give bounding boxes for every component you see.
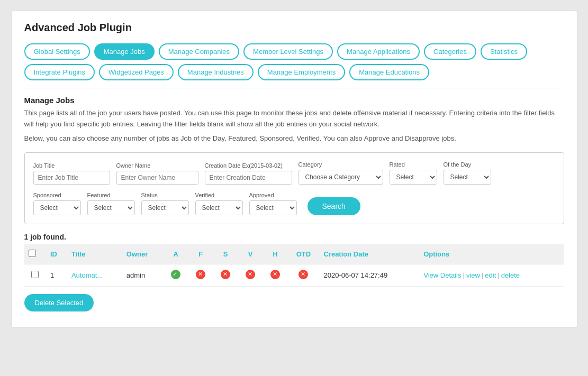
col-creation-date: Creation Date (319, 244, 419, 264)
job-title-input[interactable] (33, 171, 110, 185)
featured-x-icon (196, 270, 205, 279)
results-summary: 1 job found. (24, 233, 564, 241)
featured-label: Featured (87, 192, 135, 198)
category-select[interactable]: Choose a Category (298, 170, 383, 185)
view-link[interactable]: view (466, 271, 480, 279)
filter-owner-name-group: Owner Name (116, 162, 198, 185)
tab-statistics[interactable]: Statistics (481, 43, 527, 60)
delete-selected-button[interactable]: Delete Selected (24, 294, 94, 311)
jobs-table: ID Title Owner A F S V H OTD Creation Da… (24, 244, 564, 287)
row-sponsored-cell (213, 264, 238, 287)
row-id: 1 (46, 264, 67, 287)
approved-select[interactable]: Select (249, 200, 297, 215)
filter-ofday-group: Of the Day Select (444, 161, 491, 185)
owner-name-label: Owner Name (116, 162, 198, 169)
row-checkbox-cell (24, 264, 46, 287)
col-owner: Owner (122, 244, 164, 264)
table-row: 1 Automat... admin (24, 264, 564, 287)
delete-link[interactable]: delete (501, 271, 520, 279)
row-verified-cell (238, 264, 263, 287)
filter-verified-group: Verified Select (195, 192, 243, 215)
sponsored-label: Sponsored (33, 192, 81, 198)
ofday-select[interactable]: Select (444, 170, 491, 185)
tab-manage-applications[interactable]: Manage Applications (337, 43, 420, 60)
status-select[interactable]: Select (141, 200, 189, 215)
page-title: Advanced Job Plugin (24, 22, 564, 34)
row-h-cell (263, 264, 288, 287)
nav-tabs: Global Settings Manage Jobs Manage Compa… (24, 43, 564, 88)
tab-categories[interactable]: Categories (424, 43, 476, 60)
section-desc2: Below, you can also choose any number of… (24, 133, 564, 144)
creation-date-label: Creation Date Ex(2015-03-02) (205, 162, 292, 169)
featured-select[interactable]: Select (87, 200, 135, 215)
select-all-checkbox[interactable] (29, 250, 36, 257)
owner-name-input[interactable] (116, 171, 198, 185)
sponsored-select[interactable]: Select (33, 200, 81, 215)
filter-status-group: Status Select (141, 192, 189, 215)
status-label: Status (141, 192, 189, 198)
row-options: View Details|view|edit|delete (419, 264, 564, 287)
col-f: F (188, 244, 213, 264)
rated-select[interactable]: Select (390, 170, 437, 185)
tab-global-settings[interactable]: Global Settings (24, 43, 90, 60)
col-id: ID (46, 244, 67, 264)
col-options: Options (419, 244, 564, 264)
category-label: Category (298, 161, 383, 168)
filter-category-group: Category Choose a Category (298, 161, 383, 185)
approved-label: Approved (249, 192, 297, 198)
row-approved-cell (164, 264, 188, 287)
row-otd-cell (287, 264, 319, 287)
sponsored-x-icon (221, 270, 230, 279)
job-title-label: Job Title (33, 162, 110, 169)
col-otd: OTD (287, 244, 319, 264)
row-featured-cell (188, 264, 213, 287)
verified-label: Verified (195, 192, 243, 198)
section-title: Manage Jobs (24, 96, 564, 105)
tab-manage-educations[interactable]: Manage Educations (349, 64, 429, 80)
row-title-link[interactable]: Automat... (71, 271, 103, 279)
filter-box: Job Title Owner Name Creation Date Ex(20… (24, 152, 564, 224)
filter-featured-group: Featured Select (87, 192, 135, 215)
filter-rated-group: Rated Select (390, 161, 437, 185)
tab-manage-industries[interactable]: Manage Industries (178, 64, 254, 80)
rated-label: Rated (390, 161, 437, 168)
row-owner: admin (122, 264, 164, 287)
row-creation-date: 2020-06-07 14:27:49 (319, 264, 419, 287)
tab-widgetized-pages[interactable]: Widgetized Pages (99, 64, 174, 80)
row-title: Automat... (67, 264, 122, 287)
verified-x-icon (246, 270, 255, 279)
otd-x-icon (298, 270, 308, 279)
tab-integrate-plugins[interactable]: Integrate Plugins (24, 64, 95, 80)
h-x-icon (270, 270, 280, 279)
col-checkbox (24, 244, 46, 264)
row-checkbox[interactable] (31, 271, 39, 278)
tab-manage-companies[interactable]: Manage Companies (159, 43, 239, 60)
col-s: S (213, 244, 238, 264)
col-h: H (263, 244, 288, 264)
section-desc1: This page lists all of the job your user… (24, 108, 564, 130)
view-details-link[interactable]: View Details (423, 271, 461, 279)
col-a: A (164, 244, 188, 264)
filter-sponsored-group: Sponsored Select (33, 192, 81, 215)
col-title: Title (67, 244, 122, 264)
filter-approved-group: Approved Select (249, 192, 297, 215)
search-button[interactable]: Search (307, 197, 360, 215)
verified-select[interactable]: Select (195, 200, 243, 215)
ofday-label: Of the Day (444, 161, 491, 168)
tab-member-level-settings[interactable]: Member Level Settings (243, 43, 333, 60)
filter-creation-date-group: Creation Date Ex(2015-03-02) (205, 162, 292, 185)
creation-date-input[interactable] (205, 171, 292, 185)
tab-manage-jobs[interactable]: Manage Jobs (94, 43, 155, 60)
tab-manage-employments[interactable]: Manage Employments (258, 64, 345, 80)
filter-job-title-group: Job Title (33, 162, 110, 185)
edit-link[interactable]: edit (485, 271, 496, 279)
col-v: V (238, 244, 263, 264)
approved-check-icon (171, 270, 180, 279)
